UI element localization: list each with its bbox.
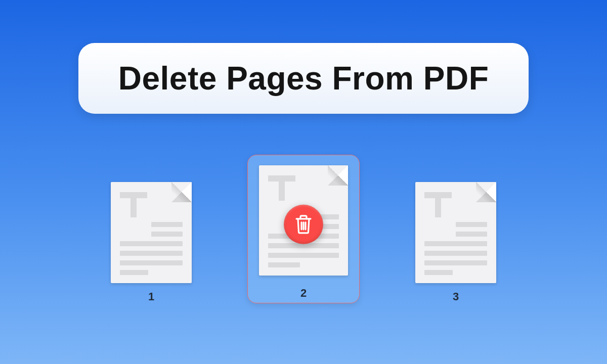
- page-thumbnail-3[interactable]: 3: [415, 167, 496, 303]
- document-icon: [415, 182, 496, 283]
- page-title: Delete Pages From PDF: [118, 60, 489, 97]
- title-card: Delete Pages From PDF: [78, 43, 529, 114]
- page-number-label: 3: [453, 290, 459, 303]
- trash-icon: [293, 214, 314, 235]
- pages-row: 1 2 3: [0, 167, 607, 303]
- page-number-label: 1: [148, 290, 154, 303]
- document-icon: [259, 165, 348, 276]
- delete-page-button[interactable]: [284, 205, 323, 244]
- page-thumbnail-2[interactable]: 2: [247, 155, 360, 303]
- document-icon: [111, 182, 192, 283]
- page-thumbnail-1[interactable]: 1: [111, 167, 192, 303]
- page-number-label: 2: [300, 287, 307, 300]
